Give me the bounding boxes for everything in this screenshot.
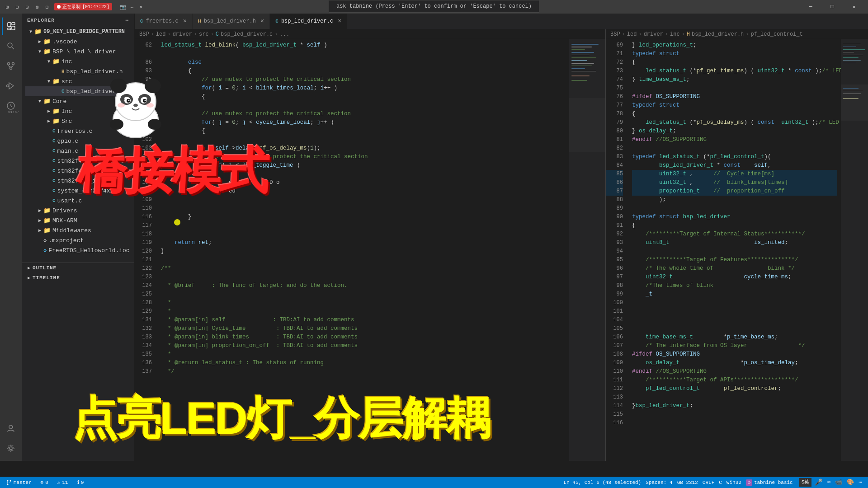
code-line-93: { — [161, 67, 566, 75]
tree-arrow-mdk: ▶ — [36, 218, 43, 223]
spaces[interactable]: Spaces: 4 — [644, 477, 674, 488]
r-line-69: } led_operations_t; — [632, 41, 837, 50]
ime-more-icon[interactable]: ⋯ — [857, 478, 863, 487]
tree-core-src[interactable]: ▶ 📁 Src — [25, 116, 134, 126]
left-code-content[interactable]: led_status_t led_blink( bsp_led_driver_t… — [157, 39, 569, 461]
tree-src[interactable]: ▼ 📁 src — [25, 76, 134, 86]
tree-bsp[interactable]: ▼ 📁 BSP \ led \ driver — [25, 47, 134, 56]
ime-palette-icon[interactable]: 🎨 — [845, 478, 855, 487]
r-breadcrumb-file[interactable]: bsp_led_driver.h — [692, 31, 744, 38]
icon-4[interactable]: ⊠ — [33, 3, 41, 10]
search-icon[interactable] — [2, 37, 20, 55]
tree-root[interactable]: ▼ 📁 09_KEY_LED_BRIDGE_PATTERN — [25, 27, 134, 37]
timeline-label: TIMELINE — [33, 275, 60, 281]
ime-video-icon[interactable]: 📹 — [834, 478, 844, 487]
tree-freertos[interactable]: C freertos.c — [25, 126, 134, 136]
line-ending-text: CRLF — [703, 480, 714, 485]
minimize-button[interactable]: — — [800, 0, 821, 14]
icon-x[interactable]: ✕ — [137, 3, 145, 10]
code-line-101: { — [161, 127, 566, 136]
code-line-123 — [161, 273, 566, 282]
tree-bsp-led-c[interactable]: C bsp_led_driver.c — [25, 86, 134, 96]
tab-c-icon-freertos: C — [140, 19, 143, 24]
source-control-icon[interactable] — [2, 57, 20, 75]
encoding[interactable]: GB 2312 — [675, 477, 700, 488]
close-button[interactable]: ✕ — [844, 0, 864, 14]
r-line-116 — [632, 419, 837, 427]
tree-system[interactable]: C system_stm32f4xx.c — [25, 186, 134, 196]
tree-arrow-drivers: ▶ — [36, 208, 43, 213]
r-breadcrumb-bsp[interactable]: BSP — [610, 31, 620, 38]
warning-icon: ⚠ — [57, 479, 61, 485]
ime-mic-icon[interactable]: 🎤 — [813, 478, 824, 487]
tab-close-bsp-c[interactable]: × — [338, 18, 341, 25]
new-file-icon[interactable]: ⋯ — [125, 17, 129, 23]
icon-3[interactable]: ⊡ — [24, 3, 31, 10]
svg-rect-36 — [843, 60, 861, 61]
tab-close-freertos[interactable]: × — [183, 18, 187, 25]
icon-cam[interactable]: 📷 — [119, 3, 127, 10]
tree-mxproject[interactable]: ⚙ .mxproject — [25, 235, 134, 245]
error-count[interactable]: ⊗ 0 — [39, 477, 50, 488]
r-breadcrumb-led[interactable]: led — [627, 31, 637, 38]
icon-2[interactable]: ⊟ — [14, 3, 21, 10]
debug-icon[interactable] — [2, 77, 20, 95]
tree-freertos-ioc[interactable]: ⚙ FreeRTOS_Helloworld.ioc — [25, 245, 134, 255]
r-line-107: /* The interface from OS layer */ — [632, 342, 837, 350]
r-breadcrumb-fn[interactable]: pf_led_control_t — [750, 31, 802, 38]
tabnine-status[interactable]: ⊙ tabnine basic — [744, 477, 795, 488]
r-breadcrumb-inc[interactable]: inc — [670, 31, 680, 38]
tree-usart[interactable]: C usart.c — [25, 196, 134, 206]
git-branch[interactable]: master — [5, 477, 33, 488]
maximize-button[interactable]: □ — [822, 0, 843, 14]
tab-bsp-h[interactable]: H bsp_led_driver.h × — [193, 14, 270, 29]
breadcrumb-bsp[interactable]: BSP — [139, 31, 149, 38]
tree-core-inc[interactable]: ▶ 📁 Inc — [25, 106, 134, 116]
r-breadcrumb-driver[interactable]: driver — [644, 31, 663, 38]
svg-point-8 — [10, 67, 12, 70]
c-icon-bsp: C — [61, 89, 65, 94]
settings-icon[interactable] — [2, 439, 20, 457]
tree-gpio[interactable]: C gpio.c — [25, 136, 134, 146]
ime-s-icon[interactable]: S英 — [799, 478, 812, 487]
tree-inc[interactable]: ▼ 📁 inc — [25, 56, 134, 66]
timeline-header[interactable]: ▶ TIMELINE — [22, 273, 134, 283]
right-code-content[interactable]: } led_operations_t; typedef struct { led… — [628, 39, 841, 461]
breadcrumb-file[interactable]: bsp_led_driver.c — [221, 31, 273, 38]
tree-bsp-led-h[interactable]: H bsp_led_driver.h — [25, 66, 134, 76]
breadcrumb-driver[interactable]: driver — [173, 31, 192, 38]
c-icon-hal-tb: C — [52, 168, 56, 174]
info-count[interactable]: ℹ 0 — [75, 477, 86, 488]
icon-5[interactable]: ⊞ — [43, 3, 51, 10]
tree-hal-timebase[interactable]: C stm32f4xx_hal_timebase... — [25, 166, 134, 176]
tab-close-bsp-h[interactable]: × — [260, 18, 264, 25]
warning-count[interactable]: ⚠ 11 — [56, 477, 70, 488]
icon-pen[interactable]: ✏️ — [128, 3, 136, 10]
account-icon[interactable] — [2, 419, 20, 437]
tree-mdk[interactable]: ▶ 📁 MDK-ARM — [25, 216, 134, 225]
tree-main[interactable]: C main.c — [25, 146, 134, 156]
line-ending[interactable]: CRLF — [701, 477, 716, 488]
tab-freertos[interactable]: C freertos.c × — [135, 14, 193, 29]
tree-hal-msp[interactable]: C stm32f4xx_hal_msp.c — [25, 156, 134, 166]
tree-it[interactable]: C stm32f4xx_it.c — [25, 176, 134, 186]
code-line-131: * @param[in] self : TBD:AI to add commen… — [161, 316, 566, 324]
platform[interactable]: Win32 — [725, 477, 743, 488]
tree-core[interactable]: ▼ 📁 Core — [25, 96, 134, 106]
tree-drivers[interactable]: ▶ 📁 Drivers — [25, 206, 134, 216]
right-code-editor[interactable]: 69 71 72 73 74 75 76 77 78 79 80 81 82 8… — [606, 39, 868, 461]
breadcrumb-more[interactable]: ... — [279, 31, 289, 38]
tree-vscode[interactable]: ▶ 📁 .vscode — [25, 37, 134, 47]
ime-kb-icon[interactable]: ⌨ — [826, 478, 832, 487]
breadcrumb-src[interactable]: src — [199, 31, 209, 38]
icon-1[interactable]: ⊞ — [4, 3, 11, 10]
tab-bsp-c[interactable]: C bsp_led_driver.c × — [270, 14, 347, 29]
cursor-position[interactable]: Ln 45, Col 6 (48 selected) — [562, 477, 643, 488]
explorer-icon[interactable] — [2, 17, 20, 35]
outline-header[interactable]: ▶ OUTLINE — [22, 263, 134, 273]
left-code-editor[interactable]: 62 86 93 95 96 97 98 99 100 101 102 103 … — [135, 39, 605, 461]
tree-middlewares[interactable]: ▶ 📁 Middlewares — [25, 225, 134, 235]
language[interactable]: C — [717, 477, 724, 488]
breadcrumb-led[interactable]: led — [156, 31, 166, 38]
language-text: C — [719, 480, 722, 485]
